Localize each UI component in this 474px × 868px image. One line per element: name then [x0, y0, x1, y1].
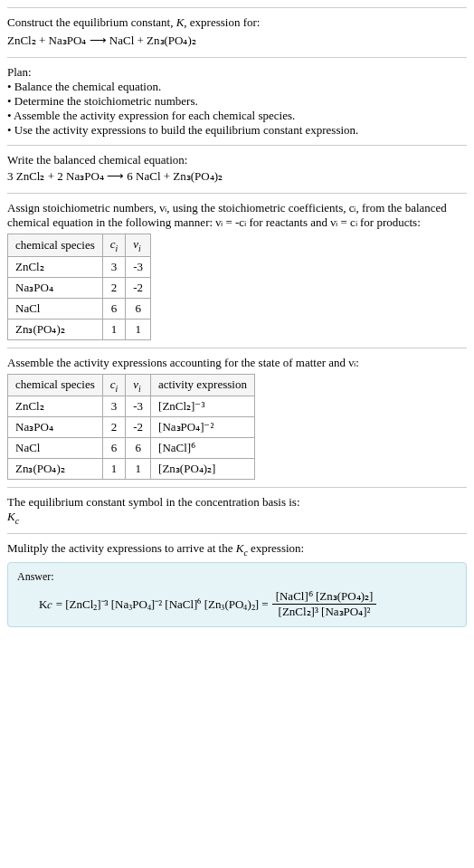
activity-intro: Assemble the activity expressions accoun…: [7, 356, 467, 370]
unbalanced-equation: ZnCl₂ + Na₃PO₄ ⟶ NaCl + Zn₃(PO₄)₂: [7, 33, 467, 48]
balanced-equation: 3 ZnCl₂ + 2 Na₃PO₄ ⟶ 6 NaCl + Zn₃(PO₄)₂: [7, 169, 467, 184]
cell-species: ZnCl₂: [8, 256, 103, 277]
plan-bullet-1: • Balance the chemical equation.: [7, 80, 467, 94]
plan-bullet-3: • Assemble the activity expression for e…: [7, 109, 467, 123]
fraction-numerator: [NaCl]⁶ [Zn₃(PO₄)₂]: [272, 589, 377, 605]
cell-vi: -3: [126, 396, 151, 417]
activity-section: Assemble the activity expressions accoun…: [7, 348, 467, 488]
header-section: Construct the equilibrium constant, K, e…: [7, 7, 467, 57]
table-header-row: chemical species ci νi: [8, 234, 151, 257]
cell-species: Zn₃(PO₄)₂: [8, 319, 103, 339]
fraction-denominator: [ZnCl₂]³ [Na₃PO₄]²: [272, 605, 377, 619]
cell-species: Na₃PO₄: [8, 277, 103, 298]
cell-ci: 2: [102, 417, 126, 438]
table-row: Zn₃(PO₄)₂ 1 1 [Zn₃(PO₄)₂]: [8, 459, 255, 480]
col-activity: activity expression: [151, 374, 255, 396]
table-row: ZnCl₂ 3 -3: [8, 256, 151, 277]
cell-activity: [ZnCl₂]⁻³: [151, 396, 255, 417]
cell-species: Na₃PO₄: [8, 417, 103, 438]
cell-vi: 1: [126, 319, 151, 339]
table-row: NaCl 6 6 [NaCl]⁶: [8, 438, 255, 459]
table-header-row: chemical species ci νi activity expressi…: [8, 374, 255, 396]
cell-vi: -2: [126, 277, 151, 298]
col-vi: νi: [126, 374, 151, 396]
table-row: ZnCl₂ 3 -3 [ZnCl₂]⁻³: [8, 396, 255, 417]
col-ci: ci: [102, 234, 126, 257]
table-row: Na₃PO₄ 2 -2 [Na₃PO₄]⁻²: [8, 417, 255, 438]
plan-bullet-4: • Use the activity expressions to build …: [7, 123, 467, 138]
col-ci: ci: [102, 374, 126, 396]
kc-symbol-section: The equilibrium constant symbol in the c…: [7, 487, 467, 533]
cell-vi: 1: [126, 459, 151, 480]
answer-box: Answer: K𝑐 = [ZnCl₂]⁻³ [Na₃PO₄]⁻² [NaCl]…: [7, 562, 467, 627]
prompt-text: Construct the equilibrium constant, K, e…: [7, 15, 467, 30]
stoich-table: chemical species ci νi ZnCl₂ 3 -3 Na₃PO₄…: [7, 234, 151, 340]
col-species: chemical species: [8, 374, 103, 396]
cell-activity: [Na₃PO₄]⁻²: [151, 417, 255, 438]
cell-ci: 1: [102, 319, 126, 339]
balanced-title: Write the balanced chemical equation:: [7, 153, 467, 167]
cell-species: ZnCl₂: [8, 396, 103, 417]
cell-activity: [Zn₃(PO₄)₂]: [151, 459, 255, 480]
answer-label: Answer:: [17, 570, 457, 584]
cell-vi: -2: [126, 417, 151, 438]
stoich-section: Assign stoichiometric numbers, νᵢ, using…: [7, 193, 467, 348]
cell-ci: 6: [102, 438, 126, 459]
kc-symbol-line2: Kc: [7, 510, 467, 526]
activity-table: chemical species ci νi activity expressi…: [7, 374, 255, 481]
balanced-section: Write the balanced chemical equation: 3 …: [7, 145, 467, 193]
cell-vi: 6: [126, 298, 151, 319]
answer-fraction: [NaCl]⁶ [Zn₃(PO₄)₂] [ZnCl₂]³ [Na₃PO₄]²: [272, 589, 377, 619]
table-row: Na₃PO₄ 2 -2: [8, 277, 151, 298]
cell-ci: 1: [102, 459, 126, 480]
multiply-section: Mulitply the activity expressions to arr…: [7, 533, 467, 635]
cell-ci: 6: [102, 298, 126, 319]
multiply-intro: Mulitply the activity expressions to arr…: [7, 541, 467, 558]
cell-species: NaCl: [8, 298, 103, 319]
plan-bullet-2: • Determine the stoichiometric numbers.: [7, 94, 467, 109]
answer-lhs: K𝑐 = [ZnCl₂]⁻³ [Na₃PO₄]⁻² [NaCl]⁶ [Zn₃(P…: [39, 597, 269, 612]
cell-vi: 6: [126, 438, 151, 459]
stoich-intro: Assign stoichiometric numbers, νᵢ, using…: [7, 201, 467, 230]
cell-ci: 2: [102, 277, 126, 298]
kc-symbol-line1: The equilibrium constant symbol in the c…: [7, 495, 467, 510]
table-row: Zn₃(PO₄)₂ 1 1: [8, 319, 151, 339]
cell-ci: 3: [102, 256, 126, 277]
cell-ci: 3: [102, 396, 126, 417]
cell-activity: [NaCl]⁶: [151, 438, 255, 459]
cell-species: NaCl: [8, 438, 103, 459]
answer-equation: K𝑐 = [ZnCl₂]⁻³ [Na₃PO₄]⁻² [NaCl]⁶ [Zn₃(P…: [17, 589, 457, 619]
cell-species: Zn₃(PO₄)₂: [8, 459, 103, 480]
col-species: chemical species: [8, 234, 103, 257]
table-row: NaCl 6 6: [8, 298, 151, 319]
plan-title: Plan:: [7, 65, 467, 80]
plan-section: Plan: • Balance the chemical equation. •…: [7, 57, 467, 145]
cell-vi: -3: [126, 256, 151, 277]
col-vi: νi: [126, 234, 151, 257]
